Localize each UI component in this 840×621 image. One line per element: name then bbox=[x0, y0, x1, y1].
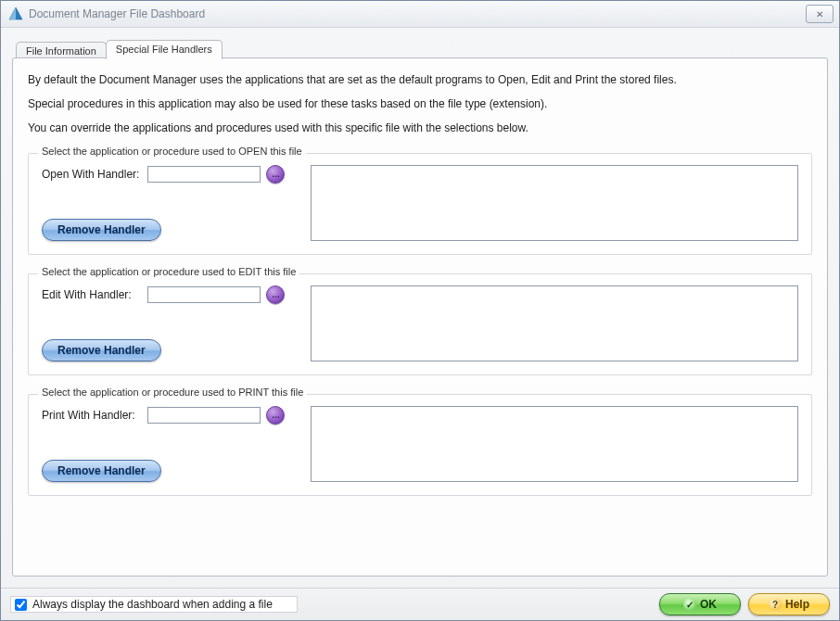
tab-file-information-label: File Information bbox=[26, 45, 96, 57]
open-handler-input[interactable] bbox=[147, 166, 261, 183]
tab-strip: File Information Special File Handlers bbox=[12, 39, 828, 58]
edit-remove-label: Remove Handler bbox=[57, 344, 146, 357]
print-description-box[interactable] bbox=[311, 406, 798, 482]
open-remove-handler-button[interactable]: Remove Handler bbox=[42, 219, 161, 241]
group-open-legend: Select the application or procedure used… bbox=[38, 146, 306, 157]
print-handler-input[interactable] bbox=[147, 407, 261, 424]
app-icon bbox=[8, 6, 23, 21]
dialog-window: Document Manager File Dashboard ✕ File I… bbox=[0, 0, 840, 621]
title-bar: Document Manager File Dashboard ✕ bbox=[1, 1, 839, 28]
intro-line-1: By default the Document Manager uses the… bbox=[28, 73, 812, 86]
client-area: File Information Special File Handlers B… bbox=[1, 28, 839, 588]
open-description-box[interactable] bbox=[311, 165, 798, 241]
group-edit-legend: Select the application or procedure used… bbox=[38, 266, 299, 277]
group-print-handler: Select the application or procedure used… bbox=[28, 394, 812, 496]
edit-remove-handler-button[interactable]: Remove Handler bbox=[42, 339, 161, 361]
always-display-checkbox[interactable] bbox=[15, 599, 27, 611]
close-icon: ✕ bbox=[816, 9, 823, 19]
ellipsis-icon: … bbox=[272, 411, 279, 420]
ok-button[interactable]: ✓ OK bbox=[659, 593, 741, 615]
print-browse-button[interactable]: … bbox=[266, 406, 285, 425]
edit-handler-input[interactable] bbox=[147, 286, 261, 303]
group-print-legend: Select the application or procedure used… bbox=[38, 387, 307, 398]
edit-description-box[interactable] bbox=[311, 285, 798, 361]
open-handler-label: Open With Handler: bbox=[42, 168, 142, 181]
intro-text: By default the Document Manager uses the… bbox=[28, 73, 812, 134]
check-icon: ✓ bbox=[683, 598, 696, 611]
tab-special-file-handlers[interactable]: Special File Handlers bbox=[106, 40, 223, 59]
intro-line-2: Special procedures in this application m… bbox=[28, 97, 812, 110]
print-handler-label: Print With Handler: bbox=[42, 409, 142, 422]
open-remove-label: Remove Handler bbox=[57, 223, 146, 236]
print-remove-label: Remove Handler bbox=[57, 464, 146, 477]
ok-label: OK bbox=[700, 598, 717, 611]
dialog-footer: Always display the dashboard when adding… bbox=[1, 588, 839, 620]
edit-browse-button[interactable]: … bbox=[266, 285, 285, 304]
group-edit-handler: Select the application or procedure used… bbox=[28, 273, 812, 375]
help-label: Help bbox=[785, 598, 809, 611]
ellipsis-icon: … bbox=[272, 290, 279, 299]
intro-line-3: You can override the applications and pr… bbox=[28, 121, 812, 134]
close-button[interactable]: ✕ bbox=[806, 5, 834, 23]
window-title: Document Manager File Dashboard bbox=[29, 7, 806, 20]
question-icon: ? bbox=[769, 598, 782, 611]
group-open-handler: Select the application or procedure used… bbox=[28, 153, 812, 255]
always-display-label: Always display the dashboard when adding… bbox=[32, 598, 273, 611]
tab-panel-special: By default the Document Manager uses the… bbox=[12, 57, 828, 577]
print-remove-handler-button[interactable]: Remove Handler bbox=[42, 460, 161, 482]
help-button[interactable]: ? Help bbox=[748, 593, 830, 615]
tab-special-file-handlers-label: Special File Handlers bbox=[116, 44, 212, 55]
open-browse-button[interactable]: … bbox=[266, 165, 285, 184]
ellipsis-icon: … bbox=[272, 170, 279, 179]
edit-handler-label: Edit With Handler: bbox=[42, 288, 142, 301]
always-display-checkbox-wrap[interactable]: Always display the dashboard when adding… bbox=[10, 596, 298, 613]
